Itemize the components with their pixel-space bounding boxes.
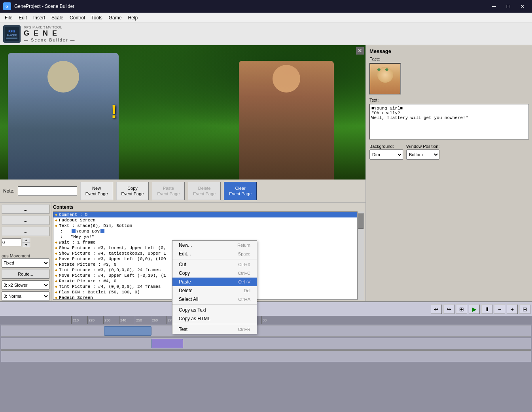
ctx-cut-shortcut: Ctrl+X (238, 262, 250, 267)
diamond-icon-0: ◆ (55, 212, 57, 217)
diamond-icon-8: ◆ (55, 257, 57, 261)
ctx-new-label: New... (179, 242, 192, 248)
logo-gene: G E N E (24, 29, 76, 38)
window-position-field: Window Position: Bottom Middle Top (406, 144, 439, 160)
menu-game[interactable]: Game (106, 14, 125, 21)
content-text-14: Play BGM : Battle1 (50, 100, 0) (59, 290, 140, 295)
content-text-13: Tint Picture : #4, (0,0,0,0), 24 frames (59, 284, 161, 289)
logo-scene: — Scene Builder — (24, 38, 76, 42)
ctx-delete-label: Delete (179, 288, 193, 293)
timeline-ruler: 210 220 230 240 250 260 270 280 290 300 … (0, 316, 532, 324)
diamond-icon-5: ◆ (55, 240, 57, 245)
ctx-edit[interactable]: Edit... Space (172, 249, 257, 258)
ctx-delete[interactable]: Delete Del (172, 286, 257, 295)
track-segment-2[interactable] (151, 339, 183, 348)
ctx-delete-shortcut: Del (244, 288, 250, 293)
timeline-pause-button[interactable]: ⏸ (481, 304, 492, 314)
diamond-icon-11: ◆ (55, 273, 57, 278)
ctx-test[interactable]: Test Ctrl+R (172, 325, 257, 334)
contents-header: Contents (53, 204, 364, 210)
more-button-3[interactable]: ... (2, 227, 49, 236)
timeline-grid-button[interactable]: ⊟ (519, 304, 530, 314)
logo-text: RPG MAKER MV TOOL G E N E — Scene Builde… (24, 25, 76, 42)
spin-down-button[interactable]: ▼ (22, 242, 30, 247)
ctx-copy-text[interactable]: Copy as Text (172, 306, 257, 314)
menu-control[interactable]: Control (66, 14, 88, 21)
copy-event-page-button[interactable]: CopyEvent Page (116, 182, 149, 200)
window-position-select[interactable]: Bottom Middle Top (406, 149, 439, 160)
menu-help[interactable]: Help (125, 14, 141, 21)
ctx-copy-html[interactable]: Copy as HTML (172, 314, 257, 323)
diamond-icon-2: ◆ (55, 223, 57, 228)
route-button[interactable]: Route... (2, 269, 49, 279)
timeline-toolbar: ↩ ↪ ⊞ ▶ ⏸ − + ⊟ (0, 302, 532, 316)
text-label: Text: (369, 98, 529, 102)
minimize-button[interactable]: ─ (488, 2, 500, 10)
svg-text:MAKER: MAKER (7, 34, 17, 37)
menu-file[interactable]: File (2, 14, 15, 21)
timeline-track-3 (1, 350, 531, 362)
content-item-2[interactable]: ◆ Text : sface(6), Dim, Bottom (53, 223, 357, 229)
ctx-cut[interactable]: Cut Ctrl+X (172, 260, 257, 269)
face-image[interactable] (369, 63, 401, 94)
context-menu: New... Return Edit... Space Cut Ctrl+X C… (172, 240, 257, 334)
menu-scale[interactable]: Scale (48, 14, 66, 21)
preview-close-button[interactable]: ✕ (356, 47, 364, 55)
diamond-icon-14: ◆ (55, 290, 57, 295)
paste-event-page-button[interactable]: PasteEvent Page (152, 182, 185, 200)
blue-square-3b (100, 229, 104, 233)
note-label: Note: (3, 188, 15, 194)
menu-tools[interactable]: Tools (88, 14, 106, 21)
main-area: RPG MAKER RPG MAKER MV TOOL G E N E — Sc… (0, 23, 532, 412)
spin-up-button[interactable]: ▲ (22, 238, 30, 242)
content-item-4[interactable]: : "Hey-ya!" (53, 234, 357, 240)
movement-type-select[interactable]: Fixed Random Approach Custom (2, 258, 49, 268)
blue-square-3 (72, 229, 76, 233)
content-item-1[interactable]: ◆ Fadeout Screen (53, 217, 357, 223)
content-item-0[interactable]: ◆ Comment : 5 (53, 212, 357, 217)
background-select[interactable]: Dim Transparent Window (369, 149, 403, 160)
ctx-copy[interactable]: Copy Ctrl+C (172, 269, 257, 278)
logo-rpg: RPG MAKER MV TOOL (24, 25, 76, 29)
close-button[interactable]: ✕ (516, 2, 529, 10)
delete-event-page-button[interactable]: DeleteEvent Page (188, 182, 221, 200)
maximize-button[interactable]: □ (502, 2, 515, 10)
svg-text:RPG: RPG (8, 30, 15, 33)
content-item-3[interactable]: : Young Boy (53, 229, 357, 234)
spin-input[interactable] (2, 238, 21, 246)
note-input[interactable] (18, 186, 77, 196)
clear-event-page-button[interactable]: ClearEvent Page (224, 182, 257, 200)
timeline-minus-button[interactable]: − (494, 304, 505, 314)
content-text-12: Rotate Picture : #4, 0 (59, 279, 116, 283)
ctx-select-all[interactable]: Select All Ctrl+A (172, 295, 257, 304)
ctx-test-shortcut: Ctrl+R (238, 327, 250, 332)
more-button-1[interactable]: ... (2, 204, 49, 214)
timeline-plus-button[interactable]: + (507, 304, 518, 314)
timeline-view-button[interactable]: ⊞ (456, 304, 467, 314)
menu-edit[interactable]: Edit (15, 14, 30, 21)
ruler-mark-12: 33 (261, 316, 273, 324)
menu-insert[interactable]: Insert (30, 14, 48, 21)
freq-select[interactable]: 3: Normal 1: Lowest 2: Low 4: High 5: Hi… (2, 291, 49, 301)
track-segment-1[interactable] (104, 326, 151, 336)
timeline-undo-button[interactable]: ↩ (431, 304, 442, 314)
content-area: ! ✕ Note: NewEvent Page CopyEvent Page P… (0, 45, 532, 301)
content-text-6: Show Picture : #3, forest, Upper Left (0… (59, 246, 166, 250)
face-label: Face: (369, 57, 529, 61)
contents-scrollbar[interactable] (358, 212, 364, 300)
ctx-new-shortcut: Return (237, 243, 250, 248)
speed-select[interactable]: 3: x2 Slower 1: x8 Slower 2: x4 Slower 4… (2, 280, 49, 290)
ctx-paste[interactable]: Paste Ctrl+V (172, 278, 257, 286)
diamond-icon-6: ◆ (55, 246, 57, 250)
background-label: Background: (369, 144, 403, 149)
svg-rect-3 (6, 38, 17, 39)
more-button-2[interactable]: ... (2, 215, 49, 225)
new-event-page-button[interactable]: NewEvent Page (80, 182, 113, 200)
ctx-new[interactable]: New... Return (172, 241, 257, 249)
timeline-redo-button[interactable]: ↪ (443, 304, 454, 314)
timeline-play-button[interactable]: ▶ (469, 304, 480, 314)
diamond-icon-1: ◆ (55, 218, 57, 223)
ctx-separator-2 (172, 304, 257, 305)
message-panel: Message Face: Text: ■Young Girl■ "Oh rea… (366, 45, 532, 301)
message-text-area[interactable]: ■Young Girl■ "Oh really? Well, flattery … (369, 104, 529, 140)
